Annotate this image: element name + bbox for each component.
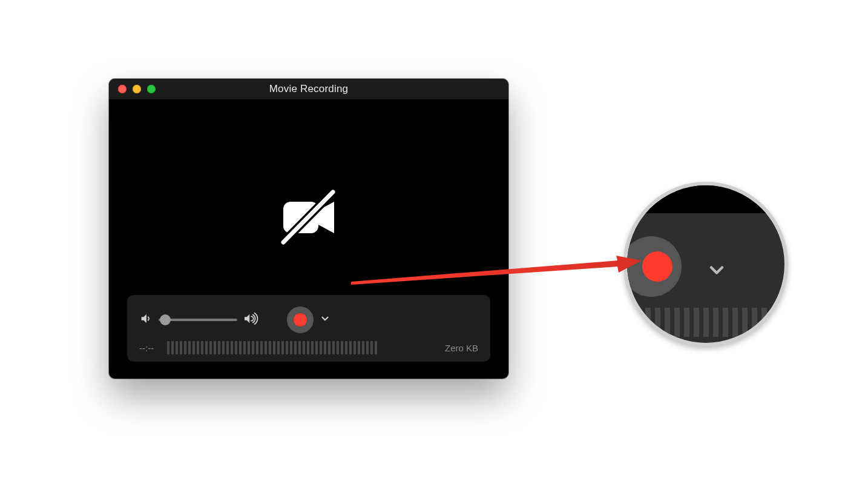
zoom-callout-bubble bbox=[623, 182, 788, 346]
record-button-zoom bbox=[623, 236, 682, 297]
camera-off-icon bbox=[272, 185, 345, 254]
volume-slider[interactable] bbox=[159, 319, 237, 321]
chevron-down-icon bbox=[706, 259, 728, 284]
audio-level-meter-zoom bbox=[627, 304, 784, 343]
video-preview-area: --:-- Zero KB bbox=[109, 99, 508, 379]
volume-low-icon bbox=[139, 312, 153, 328]
record-options-dropdown[interactable] bbox=[320, 313, 330, 327]
record-control-group bbox=[287, 307, 330, 333]
movie-recording-window: Movie Recording bbox=[109, 79, 508, 379]
recording-controls-panel: --:-- Zero KB bbox=[127, 295, 490, 362]
volume-control bbox=[139, 312, 259, 328]
volume-high-icon bbox=[243, 312, 259, 328]
svg-marker-4 bbox=[245, 314, 249, 323]
record-button[interactable] bbox=[287, 307, 314, 333]
audio-level-meter bbox=[167, 341, 432, 354]
svg-marker-3 bbox=[142, 314, 146, 323]
window-title: Movie Recording bbox=[109, 83, 508, 95]
elapsed-time-label: --:-- bbox=[139, 343, 154, 353]
volume-slider-thumb[interactable] bbox=[160, 314, 171, 325]
record-dot-icon bbox=[642, 251, 672, 282]
file-size-label: Zero KB bbox=[445, 343, 478, 353]
record-dot-icon bbox=[294, 313, 307, 327]
titlebar: Movie Recording bbox=[109, 79, 508, 99]
